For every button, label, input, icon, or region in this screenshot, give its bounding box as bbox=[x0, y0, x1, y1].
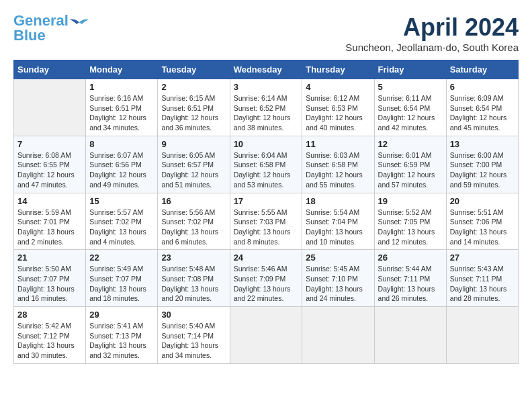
day-info: Sunrise: 5:40 AM Sunset: 7:14 PM Dayligh… bbox=[161, 321, 226, 361]
day-info: Sunrise: 6:07 AM Sunset: 6:56 PM Dayligh… bbox=[89, 150, 154, 190]
calendar-cell bbox=[374, 307, 446, 364]
day-number: 15 bbox=[89, 196, 154, 206]
calendar-cell: 15Sunrise: 5:57 AM Sunset: 7:02 PM Dayli… bbox=[86, 193, 158, 250]
day-number: 1 bbox=[89, 82, 154, 92]
calendar-cell: 24Sunrise: 5:46 AM Sunset: 7:09 PM Dayli… bbox=[230, 250, 302, 307]
calendar-cell: 6Sunrise: 6:09 AM Sunset: 6:54 PM Daylig… bbox=[446, 79, 518, 136]
day-info: Sunrise: 6:03 AM Sunset: 6:58 PM Dayligh… bbox=[306, 150, 370, 190]
day-number: 13 bbox=[450, 139, 515, 149]
day-info: Sunrise: 6:12 AM Sunset: 6:53 PM Dayligh… bbox=[306, 93, 370, 133]
day-number: 24 bbox=[234, 253, 299, 263]
day-number: 22 bbox=[89, 253, 154, 263]
day-info: Sunrise: 5:57 AM Sunset: 7:02 PM Dayligh… bbox=[89, 208, 154, 247]
day-number: 12 bbox=[378, 139, 443, 149]
day-number: 23 bbox=[161, 253, 226, 263]
weekday-header-wednesday: Wednesday bbox=[230, 60, 302, 79]
day-info: Sunrise: 6:05 AM Sunset: 6:57 PM Dayligh… bbox=[161, 150, 226, 190]
calendar-cell: 5Sunrise: 6:11 AM Sunset: 6:54 PM Daylig… bbox=[374, 79, 446, 136]
calendar-table: SundayMondayTuesdayWednesdayThursdayFrid… bbox=[13, 60, 519, 364]
day-number: 29 bbox=[89, 310, 154, 320]
calendar-week-row: 28Sunrise: 5:42 AM Sunset: 7:12 PM Dayli… bbox=[14, 307, 519, 364]
calendar-cell: 18Sunrise: 5:54 AM Sunset: 7:04 PM Dayli… bbox=[302, 193, 374, 250]
calendar-cell: 16Sunrise: 5:56 AM Sunset: 7:02 PM Dayli… bbox=[158, 193, 230, 250]
day-number: 28 bbox=[17, 310, 82, 320]
calendar-cell: 20Sunrise: 5:51 AM Sunset: 7:06 PM Dayli… bbox=[446, 193, 518, 250]
day-info: Sunrise: 5:50 AM Sunset: 7:07 PM Dayligh… bbox=[17, 264, 82, 304]
title-block: April 2024 Suncheon, Jeollanam-do, South… bbox=[345, 13, 519, 53]
day-info: Sunrise: 6:14 AM Sunset: 6:52 PM Dayligh… bbox=[234, 93, 299, 133]
logo-bird-icon bbox=[70, 17, 89, 32]
day-info: Sunrise: 5:41 AM Sunset: 7:13 PM Dayligh… bbox=[89, 321, 154, 361]
day-info: Sunrise: 5:55 AM Sunset: 7:03 PM Dayligh… bbox=[234, 208, 299, 247]
day-number: 5 bbox=[378, 82, 443, 92]
day-info: Sunrise: 5:54 AM Sunset: 7:04 PM Dayligh… bbox=[306, 208, 370, 247]
day-info: Sunrise: 5:56 AM Sunset: 7:02 PM Dayligh… bbox=[161, 208, 226, 247]
calendar-cell bbox=[230, 307, 302, 364]
day-number: 14 bbox=[17, 196, 82, 206]
calendar-cell: 28Sunrise: 5:42 AM Sunset: 7:12 PM Dayli… bbox=[14, 307, 86, 364]
day-info: Sunrise: 6:15 AM Sunset: 6:51 PM Dayligh… bbox=[161, 93, 226, 133]
day-info: Sunrise: 6:11 AM Sunset: 6:54 PM Dayligh… bbox=[378, 93, 443, 133]
calendar-cell: 8Sunrise: 6:07 AM Sunset: 6:56 PM Daylig… bbox=[86, 136, 158, 193]
calendar-cell: 11Sunrise: 6:03 AM Sunset: 6:58 PM Dayli… bbox=[302, 136, 374, 193]
weekday-header-friday: Friday bbox=[374, 60, 446, 79]
calendar-cell: 22Sunrise: 5:49 AM Sunset: 7:07 PM Dayli… bbox=[86, 250, 158, 307]
day-info: Sunrise: 6:08 AM Sunset: 6:55 PM Dayligh… bbox=[17, 150, 82, 190]
weekday-header-sunday: Sunday bbox=[14, 60, 86, 79]
day-info: Sunrise: 5:45 AM Sunset: 7:10 PM Dayligh… bbox=[306, 264, 370, 304]
calendar-cell: 29Sunrise: 5:41 AM Sunset: 7:13 PM Dayli… bbox=[86, 307, 158, 364]
calendar-cell bbox=[302, 307, 374, 364]
day-number: 27 bbox=[450, 253, 515, 263]
day-info: Sunrise: 6:16 AM Sunset: 6:51 PM Dayligh… bbox=[89, 93, 154, 133]
day-info: Sunrise: 5:46 AM Sunset: 7:09 PM Dayligh… bbox=[234, 264, 299, 304]
day-number: 8 bbox=[89, 139, 154, 149]
calendar-cell: 26Sunrise: 5:44 AM Sunset: 7:11 PM Dayli… bbox=[374, 250, 446, 307]
day-number: 10 bbox=[234, 139, 299, 149]
day-number: 18 bbox=[306, 196, 370, 206]
day-info: Sunrise: 5:48 AM Sunset: 7:08 PM Dayligh… bbox=[161, 264, 226, 304]
calendar-cell: 1Sunrise: 6:16 AM Sunset: 6:51 PM Daylig… bbox=[86, 79, 158, 136]
weekday-header-row: SundayMondayTuesdayWednesdayThursdayFrid… bbox=[14, 60, 519, 79]
calendar-cell: 30Sunrise: 5:40 AM Sunset: 7:14 PM Dayli… bbox=[158, 307, 230, 364]
calendar-cell: 12Sunrise: 6:01 AM Sunset: 6:59 PM Dayli… bbox=[374, 136, 446, 193]
day-info: Sunrise: 5:51 AM Sunset: 7:06 PM Dayligh… bbox=[450, 208, 515, 247]
calendar-cell: 10Sunrise: 6:04 AM Sunset: 6:58 PM Dayli… bbox=[230, 136, 302, 193]
day-number: 25 bbox=[306, 253, 370, 263]
day-number: 11 bbox=[306, 139, 370, 149]
day-number: 4 bbox=[306, 82, 370, 92]
calendar-cell: 27Sunrise: 5:43 AM Sunset: 7:11 PM Dayli… bbox=[446, 250, 518, 307]
day-info: Sunrise: 5:59 AM Sunset: 7:01 PM Dayligh… bbox=[17, 208, 82, 247]
day-number: 16 bbox=[161, 196, 226, 206]
day-info: Sunrise: 5:49 AM Sunset: 7:07 PM Dayligh… bbox=[89, 264, 154, 304]
calendar-cell: 13Sunrise: 6:00 AM Sunset: 7:00 PM Dayli… bbox=[446, 136, 518, 193]
calendar-cell: 23Sunrise: 5:48 AM Sunset: 7:08 PM Dayli… bbox=[158, 250, 230, 307]
calendar-cell: 14Sunrise: 5:59 AM Sunset: 7:01 PM Dayli… bbox=[14, 193, 86, 250]
weekday-header-thursday: Thursday bbox=[302, 60, 374, 79]
day-number: 30 bbox=[161, 310, 226, 320]
calendar-week-row: 21Sunrise: 5:50 AM Sunset: 7:07 PM Dayli… bbox=[14, 250, 519, 307]
page-header: GeneralBlue April 2024 Suncheon, Jeollan… bbox=[13, 13, 519, 53]
weekday-header-tuesday: Tuesday bbox=[158, 60, 230, 79]
calendar-cell: 3Sunrise: 6:14 AM Sunset: 6:52 PM Daylig… bbox=[230, 79, 302, 136]
day-number: 26 bbox=[378, 253, 443, 263]
day-number: 21 bbox=[17, 253, 82, 263]
day-info: Sunrise: 6:01 AM Sunset: 6:59 PM Dayligh… bbox=[378, 150, 443, 190]
calendar-cell: 4Sunrise: 6:12 AM Sunset: 6:53 PM Daylig… bbox=[302, 79, 374, 136]
day-info: Sunrise: 6:04 AM Sunset: 6:58 PM Dayligh… bbox=[234, 150, 299, 190]
day-number: 19 bbox=[378, 196, 443, 206]
day-number: 7 bbox=[17, 139, 82, 149]
day-number: 9 bbox=[161, 139, 226, 149]
day-number: 3 bbox=[234, 82, 299, 92]
calendar-week-row: 1Sunrise: 6:16 AM Sunset: 6:51 PM Daylig… bbox=[14, 79, 519, 136]
day-number: 20 bbox=[450, 196, 515, 206]
calendar-cell: 25Sunrise: 5:45 AM Sunset: 7:10 PM Dayli… bbox=[302, 250, 374, 307]
day-info: Sunrise: 5:52 AM Sunset: 7:05 PM Dayligh… bbox=[378, 208, 443, 247]
location-subtitle: Suncheon, Jeollanam-do, South Korea bbox=[345, 42, 519, 53]
weekday-header-saturday: Saturday bbox=[446, 60, 518, 79]
month-title: April 2024 bbox=[345, 13, 519, 42]
calendar-week-row: 7Sunrise: 6:08 AM Sunset: 6:55 PM Daylig… bbox=[14, 136, 519, 193]
day-number: 2 bbox=[161, 82, 226, 92]
calendar-cell: 19Sunrise: 5:52 AM Sunset: 7:05 PM Dayli… bbox=[374, 193, 446, 250]
calendar-cell: 7Sunrise: 6:08 AM Sunset: 6:55 PM Daylig… bbox=[14, 136, 86, 193]
day-info: Sunrise: 5:44 AM Sunset: 7:11 PM Dayligh… bbox=[378, 264, 443, 304]
